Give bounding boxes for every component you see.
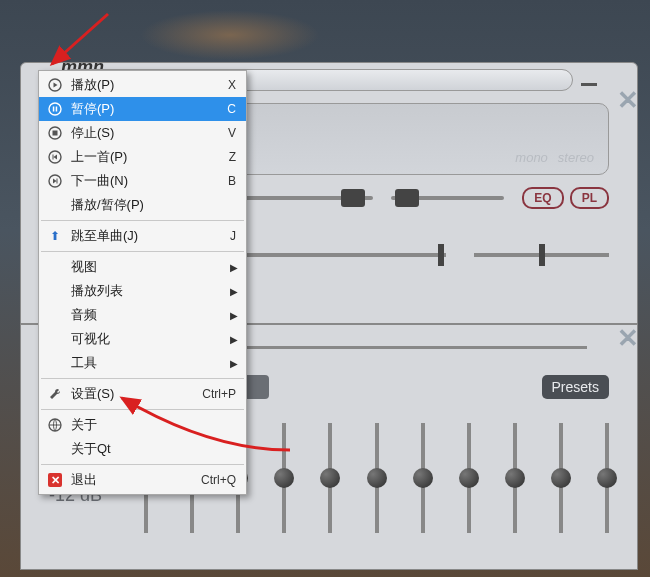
close-icon[interactable]: ✕ xyxy=(617,323,639,354)
minimize-button[interactable] xyxy=(581,83,597,86)
eq-band-slider[interactable] xyxy=(559,423,563,533)
slider-knob[interactable] xyxy=(274,468,294,488)
eq-band-slider[interactable] xyxy=(513,423,517,533)
menu-audio[interactable]: 音频 ▶ xyxy=(39,303,246,327)
prev-circle-icon xyxy=(45,150,65,164)
stereo-label: stereo xyxy=(558,150,594,165)
eq-pl-group: EQ PL xyxy=(522,187,609,209)
slider-knob[interactable] xyxy=(367,468,387,488)
presets-button[interactable]: Presets xyxy=(542,375,609,399)
eq-band-slider[interactable] xyxy=(467,423,471,533)
slider-thumb[interactable] xyxy=(395,189,419,207)
close-icon[interactable]: ✕ xyxy=(617,85,639,116)
menu-next[interactable]: 下一曲(N) B xyxy=(39,169,246,193)
slider-knob[interactable] xyxy=(505,468,525,488)
play-circle-icon xyxy=(45,78,65,92)
svg-rect-5 xyxy=(53,131,58,136)
svg-point-1 xyxy=(49,103,61,115)
chevron-right-icon: ▶ xyxy=(230,310,238,321)
menu-about[interactable]: 关于 xyxy=(39,413,246,437)
menu-visualization[interactable]: 可视化 ▶ xyxy=(39,327,246,351)
context-menu: 播放(P) X 暂停(P) C 停止(S) V 上一首(P) Z 下一曲(N) … xyxy=(38,70,247,495)
divider xyxy=(41,409,244,410)
menu-pause[interactable]: 暂停(P) C xyxy=(39,97,246,121)
exit-icon: ✕ xyxy=(45,473,65,487)
chevron-right-icon: ▶ xyxy=(230,358,238,369)
menu-view[interactable]: 视图 ▶ xyxy=(39,255,246,279)
menu-jump[interactable]: ⬆ 跳至单曲(J) J xyxy=(39,224,246,248)
globe-icon xyxy=(45,418,65,432)
eq-band-slider[interactable] xyxy=(282,423,286,533)
stop-circle-icon xyxy=(45,126,65,140)
menu-stop[interactable]: 停止(S) V xyxy=(39,121,246,145)
menu-exit[interactable]: ✕ 退出 Ctrl+Q xyxy=(39,468,246,492)
chevron-right-icon: ▶ xyxy=(230,334,238,345)
eq-band-slider[interactable] xyxy=(375,423,379,533)
slider-thumb[interactable] xyxy=(438,244,444,266)
slider-knob[interactable] xyxy=(551,468,571,488)
menu-about-qt[interactable]: 关于Qt xyxy=(39,437,246,461)
slider-knob[interactable] xyxy=(413,468,433,488)
divider xyxy=(41,251,244,252)
next-circle-icon xyxy=(45,174,65,188)
menu-prev[interactable]: 上一首(P) Z xyxy=(39,145,246,169)
divider xyxy=(41,378,244,379)
eq-band-slider[interactable] xyxy=(421,423,425,533)
menu-playlist[interactable]: 播放列表 ▶ xyxy=(39,279,246,303)
eq-band-slider[interactable] xyxy=(328,423,332,533)
slider-knob[interactable] xyxy=(597,468,617,488)
menu-play[interactable]: 播放(P) X xyxy=(39,73,246,97)
secondary-slider[interactable] xyxy=(391,196,504,200)
menu-settings[interactable]: 设置(S) Ctrl+P xyxy=(39,382,246,406)
slider-knob[interactable] xyxy=(320,468,340,488)
slider-thumb[interactable] xyxy=(341,189,365,207)
svg-rect-2 xyxy=(53,107,55,112)
balance-slider[interactable] xyxy=(474,253,609,257)
divider xyxy=(41,220,244,221)
eq-button[interactable]: EQ xyxy=(522,187,563,209)
chevron-right-icon: ▶ xyxy=(230,262,238,273)
divider xyxy=(41,464,244,465)
divider xyxy=(213,346,587,349)
slider-thumb[interactable] xyxy=(539,244,545,266)
arrow-up-icon: ⬆ xyxy=(45,229,65,243)
menu-play-pause[interactable]: 播放/暂停(P) xyxy=(39,193,246,217)
wrench-icon xyxy=(45,387,65,401)
chevron-right-icon: ▶ xyxy=(230,286,238,297)
pl-button[interactable]: PL xyxy=(570,187,609,209)
menu-tools[interactable]: 工具 ▶ xyxy=(39,351,246,375)
pause-circle-icon xyxy=(45,102,65,116)
eq-band-slider[interactable] xyxy=(605,423,609,533)
svg-rect-3 xyxy=(56,107,58,112)
slider-knob[interactable] xyxy=(459,468,479,488)
mono-label: mono xyxy=(515,150,548,165)
